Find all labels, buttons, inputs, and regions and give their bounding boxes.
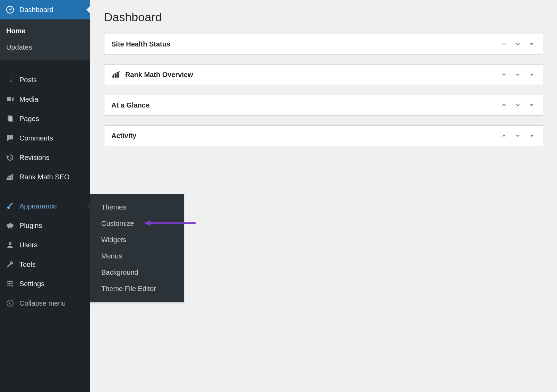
widget-controls: [500, 131, 536, 140]
sidebar-item-label: Comments: [19, 134, 53, 142]
svg-rect-15: [117, 73, 119, 78]
move-down-icon[interactable]: [514, 101, 522, 109]
plugin-icon: [6, 221, 15, 230]
sidebar-item-collapse[interactable]: Collapse menu: [0, 293, 90, 313]
user-icon: [6, 240, 15, 249]
svg-rect-6: [9, 176, 11, 180]
widget-title: Activity: [111, 132, 136, 140]
sidebar-item-users[interactable]: Users: [0, 235, 90, 255]
chart-icon: [6, 172, 15, 181]
sidebar-item-label: Collapse menu: [19, 299, 66, 307]
sidebar-item-label: Posts: [19, 76, 37, 84]
move-up-icon[interactable]: [500, 101, 508, 109]
dashboard-icon: [6, 5, 15, 14]
main-content: Dashboard Site Health Status Rank Math O…: [90, 0, 557, 166]
flyout-themes[interactable]: Themes: [90, 199, 184, 215]
appearance-flyout: Themes Customize Widgets Menus Backgroun…: [90, 194, 184, 302]
svg-point-11: [11, 285, 13, 287]
admin-sidebar: Dashboard Home Updates Posts Media Pages…: [0, 0, 90, 392]
sidebar-item-label: Dashboard: [19, 6, 53, 14]
svg-point-12: [7, 300, 13, 306]
toggle-icon[interactable]: [528, 70, 536, 79]
move-up-icon[interactable]: [500, 131, 508, 140]
svg-rect-2: [7, 97, 11, 101]
flyout-customize[interactable]: Customize: [90, 215, 184, 232]
sidebar-item-settings[interactable]: Settings: [0, 274, 90, 293]
flyout-menus[interactable]: Menus: [90, 248, 184, 264]
sidebar-item-label: Media: [19, 95, 38, 103]
pin-icon: [6, 75, 15, 84]
sidebar-item-label: Plugins: [19, 222, 42, 230]
widget-title: Site Health Status: [111, 40, 170, 48]
flyout-background[interactable]: Background: [90, 264, 184, 281]
pages-icon: [6, 114, 15, 123]
sidebar-item-posts[interactable]: Posts: [0, 70, 90, 90]
svg-point-8: [9, 242, 11, 245]
move-up-icon[interactable]: [500, 40, 508, 48]
widget-at-a-glance: At a Glance: [104, 95, 543, 116]
toggle-icon[interactable]: [528, 101, 536, 109]
sidebar-item-label: Rank Math SEO: [19, 173, 70, 181]
sidebar-item-pages[interactable]: Pages: [0, 109, 90, 128]
svg-rect-14: [115, 74, 117, 78]
svg-point-1: [9, 9, 11, 10]
widget-site-health: Site Health Status: [104, 34, 543, 54]
svg-rect-4: [9, 117, 13, 122]
sidebar-item-appearance[interactable]: Appearance: [0, 196, 90, 216]
widget-title: Rank Math Overview: [111, 70, 193, 79]
toggle-icon[interactable]: [528, 40, 536, 48]
page-title: Dashboard: [104, 10, 543, 24]
sidebar-item-tools[interactable]: Tools: [0, 255, 90, 274]
widget-controls: [500, 70, 536, 79]
move-down-icon[interactable]: [514, 131, 522, 140]
move-down-icon[interactable]: [514, 40, 522, 48]
sidebar-item-label: Appearance: [19, 202, 57, 210]
toggle-icon[interactable]: [528, 131, 536, 140]
sidebar-item-label: Revisions: [19, 154, 50, 162]
move-down-icon[interactable]: [514, 70, 522, 79]
chart-icon: [111, 70, 120, 79]
sidebar-item-rank-math-seo[interactable]: Rank Math SEO: [0, 167, 90, 187]
sidebar-item-label: Users: [19, 241, 37, 249]
widget-rank-math-overview: Rank Math Overview: [104, 64, 543, 85]
brush-icon: [6, 202, 15, 211]
move-up-icon[interactable]: [500, 70, 508, 79]
submenu-updates[interactable]: Updates: [0, 39, 90, 56]
widget-controls: [500, 101, 536, 109]
media-icon: [6, 95, 15, 104]
svg-point-10: [9, 283, 10, 284]
revisions-icon: [6, 153, 15, 162]
widget-title: At a Glance: [111, 101, 149, 109]
collapse-icon: [6, 299, 15, 308]
flyout-widgets[interactable]: Widgets: [90, 232, 184, 248]
sidebar-item-label: Settings: [19, 280, 44, 288]
sidebar-item-comments[interactable]: Comments: [0, 128, 90, 148]
widget-activity: Activity: [104, 125, 543, 146]
svg-point-9: [11, 281, 12, 282]
widget-controls: [500, 40, 536, 48]
sidebar-item-plugins[interactable]: Plugins: [0, 216, 90, 235]
sidebar-item-media[interactable]: Media: [0, 90, 90, 109]
wrench-icon: [6, 260, 15, 269]
svg-rect-7: [11, 175, 13, 180]
sidebar-item-dashboard[interactable]: Dashboard: [0, 0, 90, 19]
flyout-theme-file-editor[interactable]: Theme File Editor: [90, 281, 184, 297]
dashboard-submenu: Home Updates: [0, 19, 90, 60]
sidebar-item-label: Pages: [19, 115, 39, 123]
sidebar-item-label: Tools: [19, 261, 36, 269]
sliders-icon: [6, 279, 15, 288]
submenu-home[interactable]: Home: [0, 23, 90, 39]
sidebar-item-revisions[interactable]: Revisions: [0, 148, 90, 167]
comments-icon: [6, 134, 15, 143]
